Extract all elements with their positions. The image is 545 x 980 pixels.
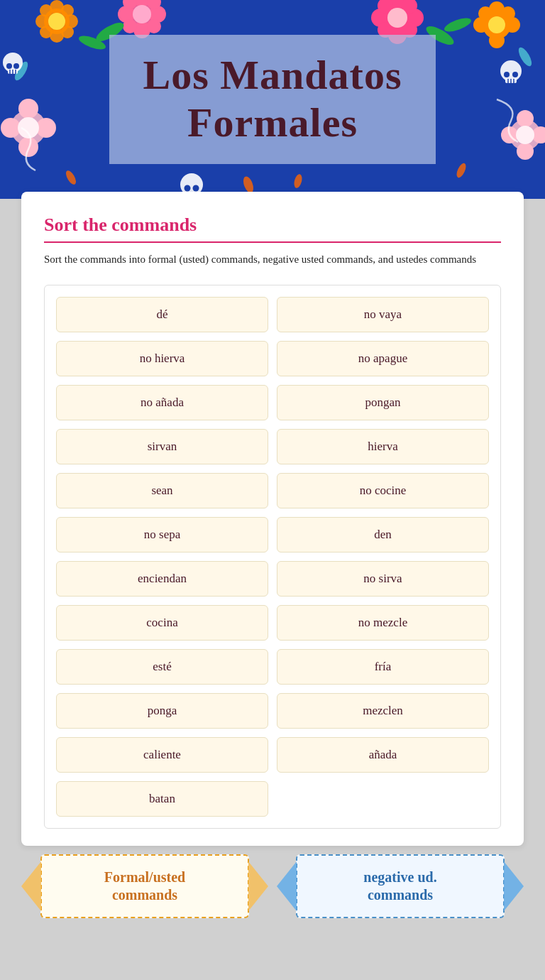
command-chip-pongan[interactable]: pongan: [277, 385, 489, 420]
svg-point-6: [61, 4, 74, 17]
negative-drop-zone-wrapper: negative ud. commands: [277, 854, 524, 918]
command-chip-hierva[interactable]: hierva: [277, 429, 489, 464]
svg-point-72: [512, 72, 518, 77]
negative-drop-zone[interactable]: negative ud. commands: [296, 854, 505, 918]
header-banner: Los Mandatos Formales: [0, 0, 545, 199]
svg-point-47: [1, 118, 21, 138]
command-chip-no-apague[interactable]: no apague: [277, 341, 489, 376]
formal-drop-zone-wrapper: Formal/usted commands: [21, 854, 268, 918]
svg-point-46: [18, 137, 38, 157]
page-title: Los Mandatos Formales: [143, 52, 402, 146]
svg-point-55: [516, 126, 534, 144]
drop-zones-container: Formal/usted commands negati: [21, 854, 524, 940]
command-chip-no-cocine[interactable]: no cocine: [277, 473, 489, 508]
negative-arrow-right: [504, 861, 524, 911]
formal-zone-label: Formal/usted commands: [104, 869, 185, 904]
command-chip-ponga[interactable]: ponga: [56, 693, 268, 729]
svg-point-45: [18, 99, 38, 119]
svg-point-48: [36, 118, 56, 138]
svg-point-78: [293, 173, 304, 189]
command-chip-enciendan[interactable]: enciendan: [56, 561, 268, 597]
command-chip-no-sepa[interactable]: no sepa: [56, 517, 268, 552]
command-chip-no-vaya[interactable]: no vaya: [277, 297, 489, 332]
section-description: Sort the commands into formal (usted) co…: [44, 251, 501, 268]
negative-arrow-left: [277, 861, 297, 911]
title-box: Los Mandatos Formales: [109, 35, 436, 163]
svg-marker-81: [21, 861, 41, 911]
svg-marker-84: [504, 861, 524, 911]
svg-point-29: [387, 8, 407, 28]
svg-point-49: [18, 117, 39, 138]
svg-point-36: [501, 6, 515, 21]
command-chip-sirvan[interactable]: sirvan: [56, 429, 268, 464]
formal-arrow-right: [248, 861, 268, 911]
command-chip-caliente[interactable]: caliente: [56, 737, 268, 773]
command-chip-fria[interactable]: fría: [277, 649, 489, 685]
svg-point-37: [488, 16, 505, 33]
content-card: Sort the commands Sort the commands into…: [21, 192, 524, 846]
svg-point-5: [40, 4, 53, 17]
commands-grid: dé no vaya no hierva no apague no añada …: [44, 285, 501, 829]
svg-point-32: [489, 33, 505, 48]
command-chip-mezclen[interactable]: mezclen: [277, 693, 489, 729]
svg-point-52: [517, 143, 534, 160]
svg-point-57: [6, 63, 12, 69]
command-chip-anada[interactable]: añada: [277, 737, 489, 773]
command-chip-no-hierva[interactable]: no hierva: [56, 341, 268, 376]
command-chip-cocina[interactable]: cocina: [56, 605, 268, 641]
formal-arrow-left: [21, 861, 41, 911]
svg-point-80: [455, 162, 468, 179]
command-chip-no-anada[interactable]: no añada: [56, 385, 268, 420]
svg-point-58: [13, 63, 19, 69]
svg-point-51: [517, 110, 534, 127]
svg-marker-82: [248, 861, 268, 911]
command-chip-de[interactable]: dé: [56, 297, 268, 332]
command-chip-sean[interactable]: sean: [56, 473, 268, 508]
svg-point-79: [64, 169, 78, 186]
svg-point-35: [478, 6, 492, 21]
svg-point-56: [3, 53, 23, 72]
svg-point-64: [185, 185, 191, 192]
svg-point-17: [123, 19, 137, 33]
svg-point-9: [48, 13, 65, 30]
svg-point-71: [504, 72, 510, 77]
command-chip-no-mezcle[interactable]: no mezcle: [277, 605, 489, 641]
formal-drop-zone[interactable]: Formal/usted commands: [40, 854, 249, 918]
section-title: Sort the commands: [44, 214, 501, 243]
command-chip-batan[interactable]: batan: [56, 781, 268, 817]
svg-point-8: [61, 26, 74, 38]
svg-point-70: [500, 60, 522, 82]
svg-point-41: [443, 16, 473, 35]
svg-point-19: [133, 5, 151, 23]
svg-point-18: [147, 19, 161, 33]
svg-point-7: [40, 26, 53, 38]
negative-zone-label: negative ud. commands: [363, 869, 436, 904]
svg-marker-83: [277, 861, 297, 911]
command-chip-den[interactable]: den: [277, 517, 489, 552]
svg-point-65: [193, 185, 199, 192]
command-chip-no-sirva[interactable]: no sirva: [277, 561, 489, 597]
command-chip-este[interactable]: esté: [56, 649, 268, 685]
